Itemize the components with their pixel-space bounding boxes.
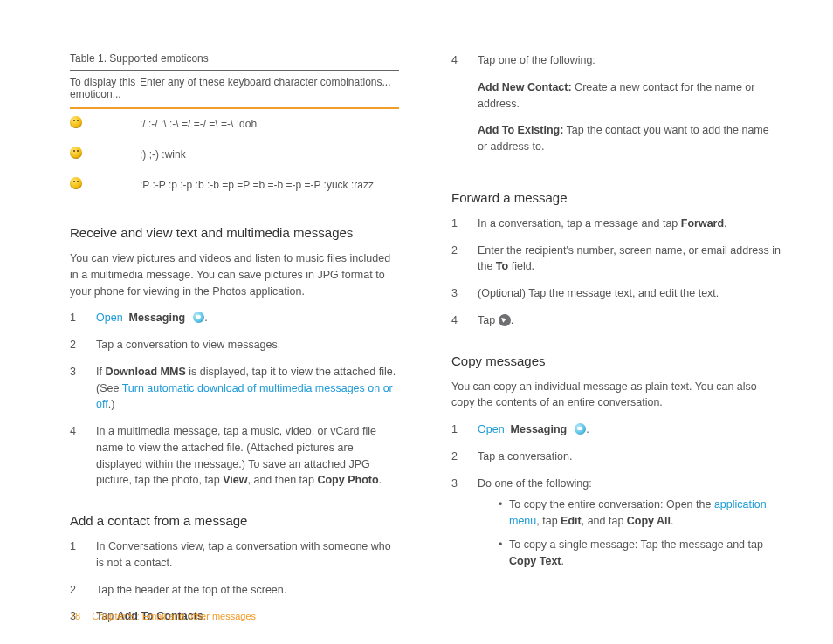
- table-cell-combos: :/ :-/ :\ :-\ =/ =-/ =\ =-\ :doh: [140, 108, 399, 140]
- step-text: .): [108, 398, 115, 410]
- period: .: [204, 312, 207, 324]
- heading-forward: Forward a message: [451, 190, 781, 205]
- messaging-icon: [193, 312, 204, 323]
- emoticon-icon: [70, 177, 82, 189]
- emoticon-icon: [70, 147, 82, 159]
- bullet-text: .: [561, 555, 564, 567]
- step-number: 1: [451, 216, 464, 232]
- step-number: 1: [70, 310, 82, 326]
- forward-label: Forward: [681, 217, 724, 230]
- step-number: 2: [70, 582, 82, 599]
- view-label: View: [223, 474, 247, 486]
- page-number: 78: [70, 611, 80, 621]
- step-number: 3: [451, 285, 464, 302]
- step-number: 2: [451, 243, 464, 276]
- table-row: :P :-P :p :-p :b :-b =p =P =b =-b =-p =-…: [70, 170, 399, 201]
- add-new-contact-label: Add New Contact:: [478, 81, 572, 93]
- add-to-existing-label: Add To Existing:: [478, 124, 563, 136]
- paragraph: You can view pictures and videos and lis…: [70, 250, 399, 299]
- step-text: .: [379, 474, 382, 486]
- period: .: [586, 423, 589, 435]
- step-text: Tap a conversation to view messages.: [96, 337, 399, 353]
- messaging-icon: [575, 423, 586, 435]
- auto-download-link[interactable]: Turn automatic download of multimedia me…: [96, 382, 393, 411]
- bullet-text: To copy a single message: Tap the messag…: [509, 538, 763, 551]
- copy-photo-label: Copy Photo: [317, 474, 378, 486]
- chapter-label: Chapter 5 : Email and other messages: [92, 611, 256, 621]
- heading-copy-messages: Copy messages: [451, 353, 781, 368]
- step-text: Tap the header at the top of the screen.: [96, 582, 399, 599]
- step-text: , and then tap: [248, 474, 318, 486]
- step-text: In a conversation, tap a message and tap: [478, 217, 681, 230]
- step-number: 3: [451, 476, 464, 577]
- messaging-label: Messaging: [511, 423, 568, 435]
- emoticon-icon: [70, 116, 82, 128]
- step-number: 4: [451, 312, 464, 329]
- table-row: ;) ;-) :wink: [70, 140, 399, 170]
- table-cell-combos: :P :-P :p :-p :b :-b =p =P =b =-b =-p =-…: [140, 170, 399, 201]
- step-text: Tap a conversation.: [478, 449, 781, 465]
- step-number: 1: [70, 538, 82, 572]
- step-number: 3: [70, 364, 82, 413]
- bullet-text: .: [671, 515, 673, 527]
- open-link[interactable]: Open: [96, 312, 123, 324]
- list-item: To copy a single message: Tap the messag…: [499, 537, 781, 570]
- step-text: (Optional) Tap the message text, and edi…: [478, 285, 781, 302]
- step-text: Tap: [478, 314, 499, 326]
- step-text: If: [96, 366, 105, 378]
- paragraph: You can copy an individual message as pl…: [451, 379, 781, 412]
- step-number: 2: [451, 449, 464, 465]
- bullet-text: , and tap: [582, 515, 627, 527]
- heading-add-contact: Add a contact from a message: [70, 513, 399, 528]
- step-text: In Conversations view, tap a conversatio…: [96, 538, 399, 572]
- step-number: 4: [451, 52, 464, 166]
- to-label: To: [496, 260, 508, 272]
- bullet-text: , tap: [536, 515, 561, 527]
- step-text: Tap one of the following:: [478, 54, 595, 66]
- table-row: :/ :-/ :\ :-\ =/ =-/ =\ =-\ :doh: [70, 108, 399, 140]
- open-link[interactable]: Open: [478, 423, 505, 435]
- page-footer: 78 Chapter 5 : Email and other messages: [70, 611, 256, 621]
- heading-receive-view: Receive and view text and multimedia mes…: [70, 225, 399, 240]
- bullet-text: To copy the entire conversation: Open th…: [509, 498, 714, 510]
- table-head-emoticon: To display this emoticon...: [70, 71, 140, 109]
- table-caption: Table 1. Supported emoticons: [70, 52, 399, 65]
- step-number: 2: [70, 337, 82, 353]
- step-text: .: [511, 314, 513, 326]
- step-text: Do one of the following:: [478, 477, 592, 490]
- emoticon-table: To display this emoticon... Enter any of…: [70, 70, 399, 201]
- step-number: 4: [70, 423, 82, 489]
- download-mms-label: Download MMS: [105, 366, 185, 378]
- step-text: field.: [508, 260, 534, 272]
- copy-all-label: Copy All: [627, 515, 671, 527]
- table-head-combos: Enter any of these keyboard character co…: [140, 71, 399, 109]
- table-cell-combos: ;) ;-) :wink: [140, 140, 399, 170]
- send-icon: [499, 314, 511, 326]
- list-item: To copy the entire conversation: Open th…: [499, 497, 781, 530]
- edit-label: Edit: [561, 515, 582, 527]
- copy-text-label: Copy Text: [509, 555, 561, 567]
- messaging-label: Messaging: [129, 312, 186, 324]
- step-number: 1: [451, 421, 464, 438]
- step-text: .: [724, 217, 726, 230]
